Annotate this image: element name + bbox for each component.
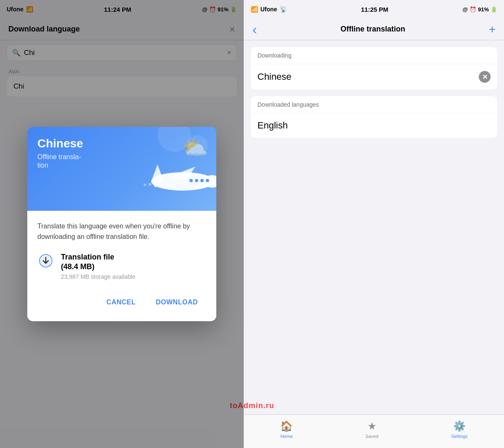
- back-button[interactable]: ‹: [252, 23, 257, 36]
- svg-point-7: [200, 179, 204, 182]
- modal-language-subtitle: Offline transla-tion: [37, 153, 121, 170]
- tab-settings[interactable]: ⚙️ Settings: [451, 420, 468, 439]
- settings-icon: ⚙️: [453, 420, 466, 432]
- modal-language-title: Chinese: [37, 137, 206, 150]
- english-cell: English: [251, 113, 497, 138]
- right-content: Downloading Chinese ✕ Downloaded languag…: [244, 40, 504, 414]
- modal-description: Translate this language even when you're…: [37, 221, 206, 242]
- downloading-section: Downloading Chinese ✕: [251, 47, 497, 89]
- file-info: Translation file(48.4 MB) 23,987 MB stor…: [37, 252, 206, 280]
- chinese-language-label: Chinese: [257, 71, 291, 82]
- right-nav-bar: ‹ Offline translation +: [244, 18, 504, 40]
- bottom-tab-bar: 🏠 Home ★ Saved ⚙️ Settings: [244, 414, 504, 448]
- cancel-button[interactable]: CANCEL: [98, 293, 144, 311]
- cancel-download-button[interactable]: ✕: [479, 71, 491, 83]
- downloading-header: Downloading: [251, 47, 497, 64]
- home-label: Home: [281, 434, 293, 439]
- svg-point-8: [206, 179, 209, 182]
- home-icon: 🏠: [280, 420, 293, 432]
- downloaded-section: Downloaded languages English: [251, 96, 497, 138]
- right-panel: 📶 Ufone 📡 11:25 PM @ ⏰ 91% 🔋 ‹ Offline t…: [244, 0, 504, 448]
- file-name: Translation file(48.4 MB): [61, 252, 206, 272]
- file-details: Translation file(48.4 MB) 23,987 MB stor…: [61, 252, 206, 280]
- at-icon-right: @: [462, 6, 468, 13]
- wifi-icon-right: 📡: [280, 6, 287, 13]
- svg-point-10: [149, 183, 151, 186]
- download-button[interactable]: DOWNLOAD: [147, 293, 206, 311]
- battery-right: 91%: [478, 6, 489, 13]
- modal-overlay: Chinese Offline transla-tion ⛅: [0, 0, 244, 448]
- tab-home[interactable]: 🏠 Home: [280, 420, 293, 439]
- file-storage: 23,987 MB storage available: [61, 273, 206, 280]
- left-panel: Ufone 📶 11:24 PM @ ⏰ 91% 🔋 Download lang…: [0, 0, 244, 448]
- right-status-left: 📶 Ufone 📡: [251, 6, 287, 13]
- right-nav-title: Offline translation: [257, 25, 489, 34]
- modal-header-content: Chinese Offline transla-tion: [37, 137, 206, 170]
- download-icon: [37, 252, 54, 269]
- right-status-right: @ ⏰ 91% 🔋: [462, 6, 497, 13]
- cancel-x-icon: ✕: [482, 73, 488, 81]
- carrier-right: Ufone: [260, 6, 277, 13]
- right-status-bar: 📶 Ufone 📡 11:25 PM @ ⏰ 91% 🔋: [244, 0, 504, 18]
- saved-icon: ★: [368, 420, 377, 432]
- chinese-downloading-cell: Chinese ✕: [251, 64, 497, 89]
- saved-label: Saved: [365, 434, 378, 439]
- svg-point-9: [154, 182, 157, 185]
- modal-header: Chinese Offline transla-tion ⛅: [27, 127, 216, 211]
- svg-point-6: [195, 179, 198, 182]
- right-time: 11:25 PM: [287, 6, 463, 13]
- alarm-icon-right: ⏰: [470, 6, 476, 13]
- battery-icon-right: 🔋: [491, 6, 497, 13]
- svg-point-5: [189, 179, 193, 182]
- modal-body: Translate this language even when you're…: [27, 211, 216, 322]
- settings-label: Settings: [451, 434, 468, 439]
- tab-saved[interactable]: ★ Saved: [365, 420, 378, 439]
- signal-icon-right: 📶: [251, 6, 258, 13]
- add-button[interactable]: +: [489, 23, 496, 36]
- svg-point-11: [144, 183, 146, 186]
- downloaded-header: Downloaded languages: [251, 96, 497, 113]
- modal-actions: CANCEL DOWNLOAD: [37, 290, 206, 311]
- download-arrow-icon: [39, 254, 52, 267]
- download-modal: Chinese Offline transla-tion ⛅: [27, 127, 216, 322]
- english-language-label: English: [257, 120, 288, 131]
